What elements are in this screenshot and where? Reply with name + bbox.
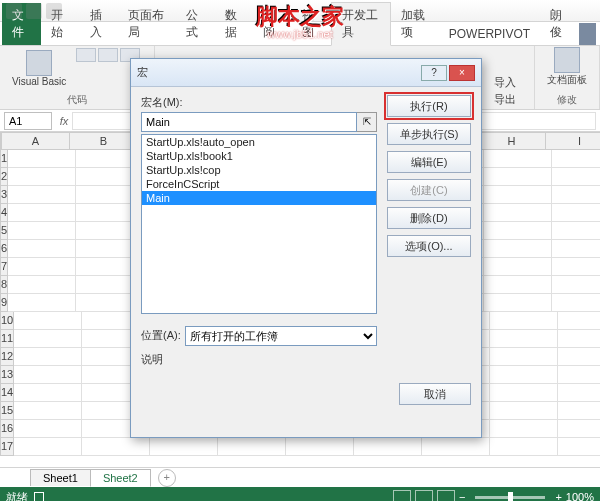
name-box[interactable] [4,112,52,130]
cell[interactable] [8,186,76,204]
cell[interactable] [490,366,558,384]
cell[interactable] [14,348,82,366]
tab-review[interactable]: 审阅 [253,3,292,45]
list-item[interactable]: StartUp.xls!book1 [142,149,376,163]
cell[interactable] [558,420,600,438]
row-header[interactable]: 1 [0,150,8,168]
col-header[interactable]: B [70,132,138,150]
record-macro-icon[interactable] [34,492,44,501]
edit-button[interactable]: 编辑(E) [387,151,471,173]
cell[interactable] [552,186,600,204]
cell[interactable] [490,330,558,348]
row-header[interactable]: 7 [0,258,8,276]
tab-data[interactable]: 数据 [215,3,254,45]
sheet-tab-sheet2[interactable]: Sheet2 [90,469,151,487]
cell[interactable] [8,240,76,258]
row-header[interactable]: 6 [0,240,8,258]
list-item-selected[interactable]: Main [142,191,376,205]
cell[interactable] [14,402,82,420]
cell[interactable] [558,330,600,348]
cell[interactable] [484,240,552,258]
fx-icon[interactable]: fx [56,115,72,127]
dialog-help-button[interactable]: ? [421,65,447,81]
row-header[interactable]: 2 [0,168,8,186]
row-header[interactable]: 10 [0,312,14,330]
tab-developer[interactable]: 开发工具 [331,2,391,46]
cell[interactable] [552,240,600,258]
macro-location-select[interactable]: 所有打开的工作簿 [185,326,377,346]
document-panel-button[interactable]: 文档面板 [543,45,591,91]
qat-undo-icon[interactable] [26,3,42,19]
cell[interactable] [218,438,286,456]
cell[interactable] [490,348,558,366]
tab-powerpivot[interactable]: POWERPIVOT [439,23,540,45]
cell[interactable] [552,150,600,168]
row-header[interactable]: 17 [0,438,14,456]
cell[interactable] [484,186,552,204]
qat-redo-icon[interactable] [46,3,62,19]
cell[interactable] [8,276,76,294]
cell[interactable] [558,438,600,456]
view-page-layout-icon[interactable] [415,490,433,501]
cell[interactable] [354,438,422,456]
cell[interactable] [552,258,600,276]
zoom-out-button[interactable]: − [459,491,465,501]
row-header[interactable]: 14 [0,384,14,402]
cell[interactable] [14,366,82,384]
cell[interactable] [484,204,552,222]
cell[interactable] [552,276,600,294]
cancel-button[interactable]: 取消 [399,383,471,405]
dialog-titlebar[interactable]: 宏 ? × [131,59,481,87]
sheet-tab-sheet1[interactable]: Sheet1 [30,469,91,486]
cell[interactable] [552,168,600,186]
cell[interactable] [558,384,600,402]
cell[interactable] [14,330,82,348]
row-header[interactable]: 12 [0,348,14,366]
cell[interactable] [558,312,600,330]
cell[interactable] [490,438,558,456]
cell[interactable] [552,294,600,312]
list-item[interactable]: StartUp.xls!cop [142,163,376,177]
record-macro-button[interactable] [98,48,118,62]
export-button[interactable]: 导出 [494,92,516,107]
zoom-in-button[interactable]: + [555,491,561,501]
options-button[interactable]: 选项(O)... [387,235,471,257]
list-item[interactable]: ForceInCScript [142,177,376,191]
cell[interactable] [286,438,354,456]
row-header[interactable]: 8 [0,276,8,294]
cell[interactable] [8,168,76,186]
cell[interactable] [82,438,150,456]
cell[interactable] [14,312,82,330]
cell[interactable] [8,258,76,276]
macro-name-jump-button[interactable]: ⇱ [357,112,377,132]
row-header[interactable]: 13 [0,366,14,384]
cell[interactable] [8,294,76,312]
cell[interactable] [8,204,76,222]
cell[interactable] [490,384,558,402]
cell[interactable] [552,222,600,240]
row-header[interactable]: 3 [0,186,8,204]
cell[interactable] [8,150,76,168]
macro-listbox[interactable]: StartUp.xls!auto_open StartUp.xls!book1 … [141,134,377,314]
cell[interactable] [14,420,82,438]
visual-basic-button[interactable]: Visual Basic [8,48,70,91]
cell[interactable] [484,222,552,240]
cell[interactable] [490,420,558,438]
list-item[interactable]: StartUp.xls!auto_open [142,135,376,149]
step-into-button[interactable]: 单步执行(S) [387,123,471,145]
col-header[interactable]: I [546,132,600,150]
cell[interactable] [558,402,600,420]
row-header[interactable]: 5 [0,222,8,240]
macro-name-input[interactable] [141,112,357,132]
tab-addins[interactable]: 加载项 [391,3,439,45]
row-header[interactable]: 15 [0,402,14,420]
tab-formulas[interactable]: 公式 [176,3,215,45]
tab-layout[interactable]: 页面布局 [118,3,176,45]
cell[interactable] [8,222,76,240]
cell[interactable] [14,438,82,456]
cell[interactable] [484,258,552,276]
view-normal-icon[interactable] [393,490,411,501]
tab-insert[interactable]: 插入 [80,3,119,45]
col-header[interactable]: H [478,132,546,150]
cell[interactable] [558,348,600,366]
